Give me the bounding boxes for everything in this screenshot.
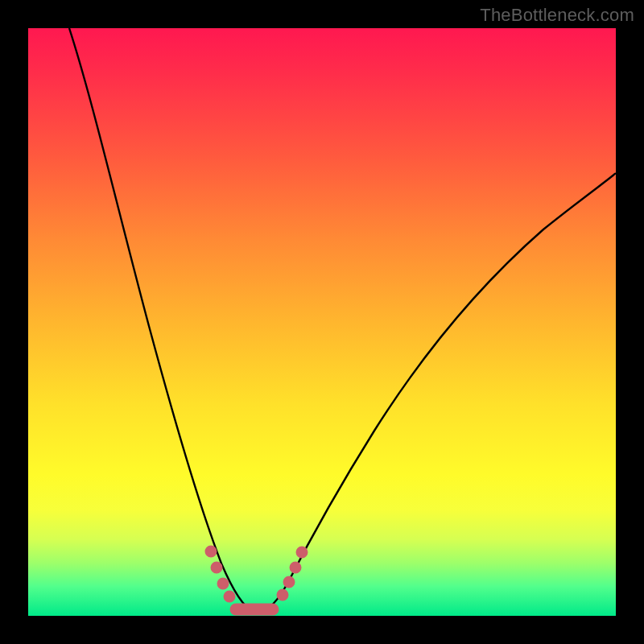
- svg-point-7: [291, 563, 300, 572]
- svg-point-5: [278, 590, 287, 600]
- bottleneck-curve: [69, 28, 616, 613]
- svg-point-3: [225, 592, 234, 601]
- trough-markers: [206, 547, 307, 614]
- watermark-text: TheBottleneck.com: [480, 5, 634, 26]
- curve-layer: [28, 28, 616, 616]
- svg-point-1: [212, 563, 221, 572]
- svg-point-8: [297, 547, 307, 557]
- svg-point-6: [284, 577, 294, 587]
- svg-point-2: [218, 579, 228, 588]
- chart-frame: TheBottleneck.com: [0, 0, 644, 644]
- plot-area: [28, 28, 616, 616]
- svg-rect-4: [231, 605, 278, 614]
- svg-point-0: [206, 547, 216, 556]
